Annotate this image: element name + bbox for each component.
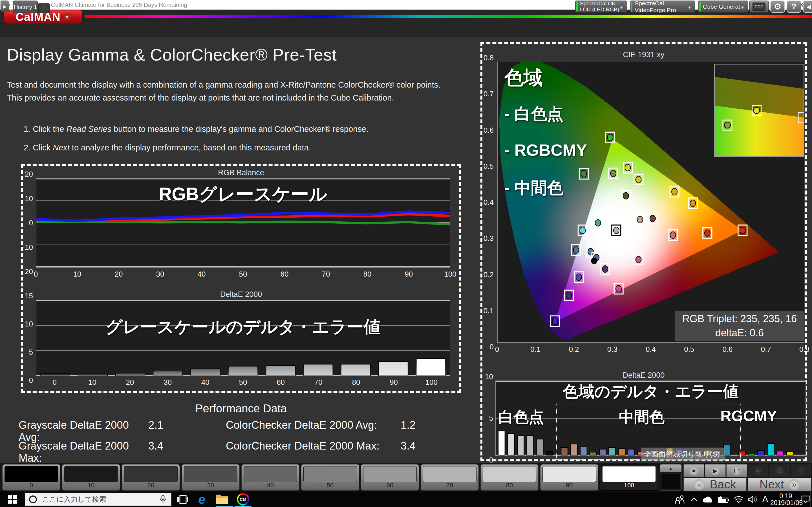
battery-plug-icon [717,496,730,503]
show-desktop-button[interactable] [810,492,811,507]
read-series-button[interactable]: ▶ [705,464,726,477]
y-tick-label: 0 [22,376,33,385]
people-button[interactable] [673,492,688,507]
y-tick-label: 0.6 [481,126,494,134]
ime-mode-button[interactable]: A [760,492,770,507]
ime-mode-label: A [762,494,768,504]
chevron-left-icon: ◀ [806,3,811,10]
x-tick-label: 80 [363,270,371,279]
next-label: Next [760,478,784,491]
meter-connected-indicator [576,2,578,11]
continuous-read-button[interactable]: ∞ [748,464,769,477]
color-point-marker [636,256,642,263]
color-point-marker [616,285,621,292]
task-view-button[interactable] [174,492,192,507]
rgb-balance-x-axis: 0102030405060708090100 [36,269,450,278]
pattern-swatch-30[interactable]: 30 [182,464,240,491]
edge-browser-button[interactable]: e [193,492,211,507]
next-button[interactable]: Next » [748,478,811,491]
x-tick-label: 60 [276,378,285,387]
add-tab-button[interactable]: + [38,3,50,13]
x-tick-label: 0 [495,345,499,354]
pattern-source-dropdown[interactable]: SpectraCal VideoForge Pro ▼ [630,1,695,13]
tab-history-1[interactable]: History 1 [13,1,38,13]
color-point-marker [566,292,572,299]
gamut-delta-bar [786,451,793,455]
swatch-label: 20 [122,482,180,489]
rgb-grayscale-overlay-label: RGBグレースケール [36,182,450,207]
cortana-icon [29,496,37,503]
task-view-icon [177,494,188,504]
pattern-swatch-10[interactable]: 10 [62,464,120,491]
pattern-source-label: SpectraCal VideoForge Pro [635,0,695,13]
pattern-swatch-0[interactable]: 0 [2,464,60,491]
color-point-marker [580,227,585,234]
grayscale-delta-x-axis: 0102030405060708090100 [36,378,450,386]
battery-tray-button[interactable] [716,492,731,507]
pattern-swatch-40[interactable]: 40 [241,464,299,491]
pattern-swatch-90[interactable]: 90 [540,464,598,491]
pattern-swatch-20[interactable]: 20 [122,464,180,491]
gamut-delta-bar [748,454,755,455]
taskbar-search-input[interactable]: ここに入力して検索 [25,493,171,506]
color-point-marker [672,188,677,195]
x-tick-label: 10 [88,378,96,387]
gamut-delta-overlay-label: 色域のデルタ・エラー値 [496,381,806,402]
gamut-delta-bar [777,451,783,455]
meter-dropdown[interactable]: SpectraCal C6LCD (LED RGB) ▼ [575,1,627,13]
swatch-color-patch [244,466,297,482]
pattern-swatch-60[interactable]: 60 [361,464,419,491]
color-point-marker [636,176,642,183]
pattern-swatch-100[interactable]: 100 [600,464,658,491]
x-tick-label: 40 [198,270,206,279]
microphone-icon [159,495,167,504]
workflow-dropdown[interactable]: Cube Generator ▼ [698,1,748,13]
chevron-down-icon: ▼ [618,4,624,10]
start-button[interactable] [0,492,25,507]
calman-taskbar-button[interactable]: CM [234,492,252,507]
swatch-label: 80 [481,482,538,489]
action-center-button[interactable] [800,492,811,507]
pattern-swatch-70[interactable]: 70 [421,464,479,491]
read-single-button[interactable]: [··] [726,464,747,477]
expand-panel-button[interactable]: ▶ [1,1,9,12]
color-point-marker [690,200,696,207]
chevron-up-icon [691,497,698,502]
x-tick-label: 60 [281,270,289,279]
wifi-tray-button[interactable] [732,492,746,507]
clock-tray-button[interactable]: 0:19 2019/01/05 [770,493,801,506]
grayscale-charts-panel: RGB Balance RGBグレースケール 20100-10-20 01020… [21,164,461,393]
file-explorer-button[interactable] [213,492,231,507]
color-point-marker [625,164,631,171]
pattern-swatch-80[interactable]: 80 [480,464,539,491]
back-button[interactable]: « Back [683,478,747,491]
x-tick-label: 100 [425,378,437,387]
settings-button[interactable]: ⚙ [770,1,785,13]
collapse-panel-button[interactable]: ◀ [803,1,812,13]
tray-overflow-button[interactable] [689,492,700,507]
colorchecker-max-value: 3.4 [401,440,435,464]
rgb-balance-y-axis: 20100-10-20 [23,174,34,272]
gamut-delta-bar [527,436,534,455]
pattern-window-button[interactable] [660,473,682,491]
calman-app-window: CalMAN 2018 CalMAN Ultimate for Business… [0,0,812,507]
grayscale-max-label: Grayscale DeltaE 2000 Max: [18,440,148,464]
onedrive-tray-button[interactable] [701,492,715,507]
grayscale-delta-overlay-label: グレースケールのデルタ・エラー値 [36,316,450,339]
help-button[interactable]: ? [786,1,801,13]
cie-x-axis: 00.10.20.30.40.50.60.70.8 [497,344,804,354]
volume-tray-button[interactable] [746,492,760,507]
pattern-up-button[interactable]: ▲ [660,464,682,472]
refresh-button[interactable] [769,464,790,477]
ddc-control-button[interactable]: DDC [749,1,769,13]
gamut-delta-bar [498,431,505,455]
infinity-icon: ∞ [753,466,763,475]
delta-e-value: deltaE: 0.6 [675,327,804,339]
color-point-marker [607,134,613,141]
measured-point-dot [591,258,597,264]
swatch-color-patch [303,466,357,482]
stop-button[interactable]: ■ [683,464,704,477]
gamut-delta-bar [767,444,774,455]
pattern-swatch-50[interactable]: 50 [301,464,359,491]
extra-button[interactable] [791,464,811,477]
